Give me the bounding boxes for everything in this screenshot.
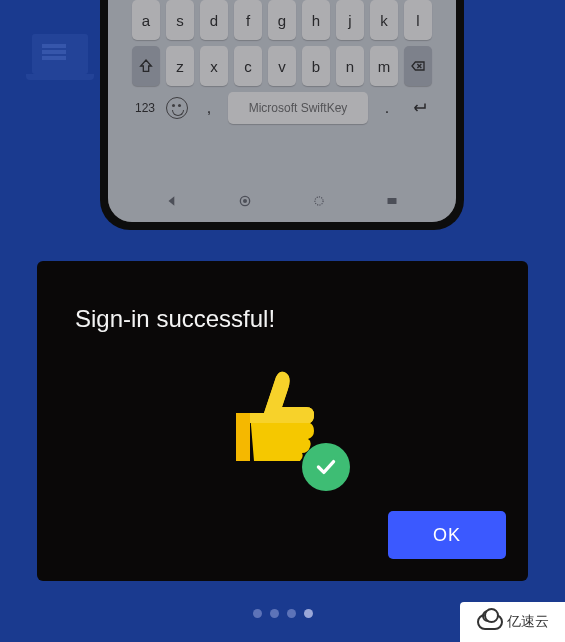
android-navbar (108, 188, 456, 214)
thumbs-up-icon (228, 365, 338, 485)
cloud-icon (477, 614, 503, 630)
soft-keyboard: q w e r t y u i o p a s d f g h j k l (108, 0, 456, 132)
key-row-1: a s d f g h j k l (112, 0, 452, 40)
phone-screen: q w e r t y u i o p a s d f g h j k l (108, 0, 456, 222)
phone-frame: q w e r t y u i o p a s d f g h j k l (100, 0, 464, 230)
key-j[interactable]: j (336, 0, 364, 40)
enter-key[interactable] (409, 99, 429, 117)
period-key[interactable]: . (385, 99, 389, 117)
key-v[interactable]: v (268, 46, 296, 86)
key-b[interactable]: b (302, 46, 330, 86)
shift-key[interactable] (132, 46, 160, 86)
key-m[interactable]: m (370, 46, 398, 86)
key-k[interactable]: k (370, 0, 398, 40)
watermark: 亿速云 (460, 602, 565, 642)
nav-recents-icon[interactable] (310, 192, 328, 210)
space-key[interactable]: Microsoft SwiftKey (228, 92, 368, 124)
key-l[interactable]: l (404, 0, 432, 40)
svg-point-2 (314, 197, 322, 205)
pager-dot-2[interactable] (287, 609, 296, 618)
backspace-key[interactable] (404, 46, 432, 86)
pager-dot-1[interactable] (270, 609, 279, 618)
comma-key[interactable]: , (207, 99, 211, 117)
svg-rect-3 (387, 198, 396, 204)
page-indicator (253, 609, 313, 618)
key-a[interactable]: a (132, 0, 160, 40)
nav-back-icon[interactable] (163, 192, 181, 210)
emoji-key[interactable] (166, 97, 188, 119)
nav-home-icon[interactable] (236, 192, 254, 210)
watermark-text: 亿速云 (507, 613, 549, 631)
pager-dot-0[interactable] (253, 609, 262, 618)
bg-laptop-illustration (32, 34, 88, 74)
svg-point-1 (243, 199, 247, 203)
key-s[interactable]: s (166, 0, 194, 40)
nav-keyboard-icon[interactable] (383, 192, 401, 210)
key-n[interactable]: n (336, 46, 364, 86)
numeric-key[interactable]: 123 (135, 101, 155, 115)
key-f[interactable]: f (234, 0, 262, 40)
key-c[interactable]: c (234, 46, 262, 86)
pager-dot-3[interactable] (304, 609, 313, 618)
success-check-icon (302, 443, 350, 491)
key-g[interactable]: g (268, 0, 296, 40)
key-row-3: 123 , Microsoft SwiftKey . (112, 92, 452, 124)
key-h[interactable]: h (302, 0, 330, 40)
key-d[interactable]: d (200, 0, 228, 40)
key-x[interactable]: x (200, 46, 228, 86)
dialog-title: Sign-in successful! (75, 305, 490, 333)
ok-button[interactable]: OK (388, 511, 506, 559)
signin-success-dialog: Sign-in successful! OK (37, 261, 528, 581)
key-z[interactable]: z (166, 46, 194, 86)
key-row-2: z x c v b n m (112, 46, 452, 86)
